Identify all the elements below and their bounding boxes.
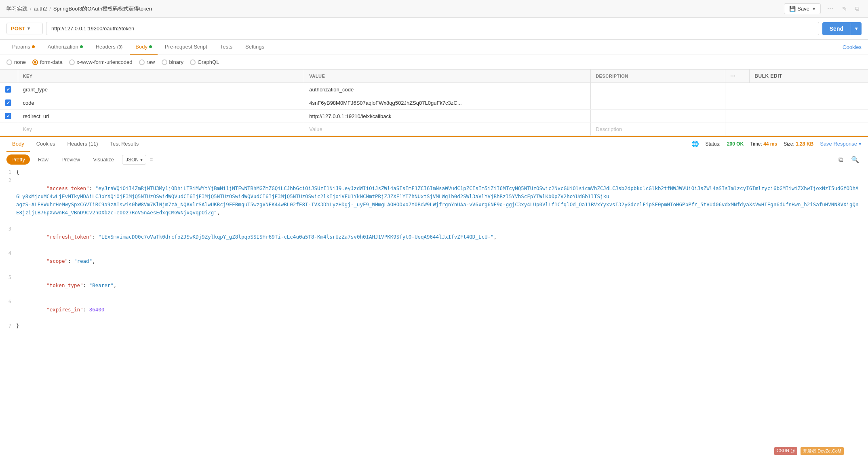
tab-headers[interactable]: Headers (9) — [90, 40, 129, 55]
tab-authorization[interactable]: Authorization — [42, 40, 88, 55]
radio-graphql-label: GraphQL — [198, 59, 219, 65]
row2-checkbox[interactable] — [5, 99, 11, 106]
response-status-bar: 🌐 Status: 200 OK Time: 44 ms Size: 1.28 … — [691, 140, 862, 148]
table-dots-icon[interactable]: ··· — [730, 73, 735, 79]
line-num-1: 1 — [0, 168, 16, 176]
radio-urlencoded-circle — [69, 59, 75, 65]
empty-desc-placeholder: Description — [596, 126, 622, 132]
line-content-6: "expires_in": 86400 — [16, 298, 868, 322]
format-type-select[interactable]: JSON ▾ — [122, 155, 146, 165]
params-table: KEY VALUE DESCRIPTION ··· Bulk Edit gran… — [0, 70, 868, 136]
code-line-6: 6 "expires_in": 86400 — [0, 298, 868, 322]
col-desc-header: DESCRIPTION — [591, 70, 725, 83]
format-tab-visualize[interactable]: Visualize — [88, 154, 119, 165]
tab-body[interactable]: Body — [130, 40, 158, 55]
table-row-empty: Key Value Description — [0, 123, 868, 136]
auth-dot — [80, 45, 83, 48]
format-tab-preview-label: Preview — [61, 157, 80, 163]
radio-raw-label: raw — [147, 59, 155, 65]
row1-checkbox[interactable] — [5, 86, 11, 93]
row1-key: grant_type — [23, 87, 48, 93]
line-content-7: } — [16, 322, 868, 330]
response-body-code: 1 { 2 "access_token": "eyJraWQiOiI4ZmRjN… — [0, 168, 868, 457]
radio-none[interactable]: none — [6, 59, 26, 65]
headers-badge: (9) — [117, 44, 122, 49]
radio-none-circle — [6, 59, 12, 65]
save-response-chevron-icon: ▾ — [859, 141, 862, 147]
code-line-2: 2 "access_token": "eyJraWQiOiI4ZmRjNTU3M… — [0, 176, 868, 225]
copy-button[interactable]: ⧉ — [836, 155, 845, 164]
top-bar: 学习实践 / auth2 / SpringBoot3的OAuth授权码模式获得t… — [0, 0, 868, 18]
resp-tab-body[interactable]: Body — [6, 137, 30, 152]
radio-graphql[interactable]: GraphQL — [190, 59, 219, 65]
cookies-link[interactable]: Cookies — [843, 44, 862, 50]
status-label: Status: — [706, 141, 721, 147]
resp-tab-body-label: Body — [12, 141, 24, 147]
radio-urlencoded[interactable]: x-www-form-urlencoded — [69, 59, 133, 65]
resp-tab-headers[interactable]: Headers (11) — [62, 137, 104, 152]
format-tab-pretty[interactable]: Pretty — [6, 154, 30, 165]
size-value: 1.28 KB — [796, 141, 813, 147]
send-button[interactable]: Send ▾ — [822, 22, 862, 35]
format-tab-raw[interactable]: Raw — [33, 154, 53, 165]
table-row: grant_type authorization_code — [0, 83, 868, 96]
row3-value: http://127.0.0.1:19210/leixi/callback — [309, 113, 391, 119]
tab-headers-label: Headers — [96, 44, 116, 50]
radio-binary-label: binary — [169, 59, 183, 65]
radio-binary[interactable]: binary — [162, 59, 183, 65]
resp-tab-test-results[interactable]: Test Results — [104, 137, 144, 152]
format-tab-preview[interactable]: Preview — [57, 154, 85, 165]
format-type-label: JSON — [126, 157, 139, 163]
radio-form-data-circle — [32, 59, 38, 65]
radio-raw[interactable]: raw — [139, 59, 155, 65]
tab-tests-label: Tests — [220, 44, 232, 50]
line-content-1: { — [16, 168, 868, 176]
save-button[interactable]: 💾 Save ▾ — [784, 3, 821, 14]
format-tab-pretty-label: Pretty — [11, 157, 25, 163]
window-icon[interactable]: ⧉ — [853, 4, 862, 14]
col-bulk-header: Bulk Edit — [750, 70, 868, 83]
method-chevron-icon: ▾ — [27, 26, 30, 31]
code-line-4: 4 "scope": "read", — [0, 249, 868, 273]
method-label: POST — [11, 25, 25, 32]
edit-icon[interactable]: ✎ — [840, 4, 849, 14]
url-input[interactable] — [46, 22, 819, 35]
format-chevron-icon: ▾ — [140, 157, 143, 163]
size-label: Size: 1.28 KB — [784, 141, 813, 147]
format-bar: Pretty Raw Preview Visualize JSON ▾ ≡ ⧉ … — [0, 151, 868, 168]
tab-settings[interactable]: Settings — [240, 40, 270, 55]
save-icon: 💾 — [789, 6, 796, 12]
line-content-5: "token_type": "Bearer", — [16, 273, 868, 298]
tab-params[interactable]: Params — [6, 40, 40, 55]
save-label: Save — [797, 6, 809, 12]
line-num-2: 2 — [0, 176, 16, 184]
resp-tab-cookies[interactable]: Cookies — [31, 137, 61, 152]
radio-none-label: none — [14, 59, 26, 65]
save-chevron-icon: ▾ — [813, 6, 815, 12]
tab-tests[interactable]: Tests — [215, 40, 238, 55]
resp-tab-cookies-label: Cookies — [36, 141, 55, 147]
line-num-4: 4 — [0, 249, 16, 257]
bulk-edit-button[interactable]: Bulk Edit — [754, 73, 782, 79]
row3-key: redirect_uri — [23, 113, 49, 119]
lines-icon[interactable]: ≡ — [150, 157, 153, 163]
url-bar: POST ▾ Send ▾ — [0, 18, 868, 40]
more-options-button[interactable]: ··· — [824, 3, 836, 15]
col-key-header: KEY — [18, 70, 304, 83]
radio-urlencoded-label: x-www-form-urlencoded — [77, 59, 133, 65]
response-tab-bar: Body Cookies Headers (11) Test Results 🌐… — [0, 136, 868, 151]
empty-key-placeholder: Key — [23, 126, 32, 132]
col-actions-header: ··· — [725, 70, 750, 83]
save-response-button[interactable]: Save Response ▾ — [820, 141, 862, 147]
radio-form-data[interactable]: form-data — [32, 59, 63, 65]
radio-form-data-label: form-data — [40, 59, 63, 65]
line-num-5: 5 — [0, 273, 16, 281]
method-select[interactable]: POST ▾ — [6, 23, 43, 34]
line-content-2: "access_token": "eyJraWQiOiI4ZmRjNTU3My1… — [16, 176, 868, 225]
search-button[interactable]: 🔍 — [849, 155, 862, 164]
row3-checkbox[interactable] — [5, 113, 11, 119]
tab-pre-request[interactable]: Pre-request Script — [159, 40, 213, 55]
code-line-1: 1 { — [0, 168, 868, 176]
breadcrumb-part1: 学习实践 — [6, 5, 27, 13]
breadcrumb-active: SpringBoot3的OAuth授权码模式获得token — [53, 5, 152, 13]
